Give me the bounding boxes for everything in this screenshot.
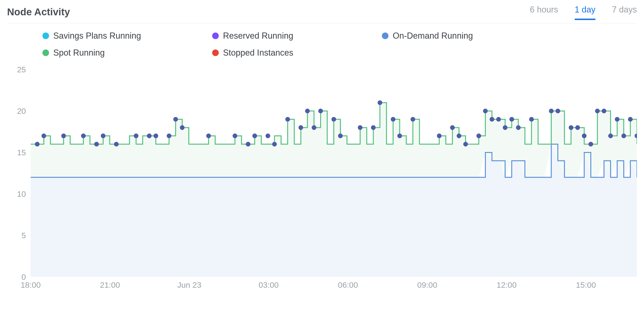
data-point bbox=[246, 142, 250, 147]
data-point bbox=[94, 142, 99, 147]
data-point bbox=[233, 134, 237, 138]
data-point bbox=[332, 117, 336, 122]
data-point bbox=[529, 117, 534, 122]
data-point bbox=[173, 117, 178, 122]
legend-label: Savings Plans Running bbox=[53, 31, 141, 41]
data-point bbox=[588, 142, 593, 147]
data-point bbox=[101, 134, 106, 138]
x-tick: 09:00 bbox=[417, 280, 437, 290]
data-point bbox=[371, 125, 376, 130]
y-tick: 20 bbox=[17, 106, 26, 116]
legend-item-savings-plans-running[interactable]: Savings Plans Running bbox=[42, 31, 212, 41]
data-point bbox=[272, 142, 277, 147]
y-tick: 5 bbox=[22, 231, 26, 240]
data-point bbox=[575, 125, 580, 130]
data-point bbox=[602, 109, 606, 113]
legend-item-stopped-instances[interactable]: Stopped Instances bbox=[212, 48, 382, 58]
data-point bbox=[496, 117, 501, 122]
data-point bbox=[338, 134, 343, 138]
data-point bbox=[266, 134, 270, 138]
legend-swatch bbox=[42, 32, 49, 39]
data-point bbox=[595, 109, 600, 113]
y-tick: 25 bbox=[17, 65, 26, 74]
data-point bbox=[568, 125, 573, 130]
chart-svg bbox=[31, 69, 637, 277]
data-point bbox=[147, 134, 152, 138]
data-point bbox=[298, 125, 303, 130]
range-tab-1-day[interactable]: 1 day bbox=[575, 5, 596, 19]
data-point bbox=[61, 134, 66, 138]
series-spot-running bbox=[31, 103, 637, 144]
data-point bbox=[628, 117, 633, 122]
x-tick: 03:00 bbox=[258, 280, 279, 290]
data-point bbox=[81, 134, 86, 138]
data-point bbox=[285, 117, 290, 122]
y-tick: 0 bbox=[22, 272, 26, 282]
x-tick: 21:00 bbox=[100, 280, 120, 290]
data-point bbox=[437, 134, 442, 138]
data-point bbox=[549, 109, 554, 113]
range-tabs: 6 hours1 day7 days bbox=[530, 5, 637, 19]
data-point bbox=[456, 134, 461, 138]
legend-label: Spot Running bbox=[53, 48, 105, 58]
data-point bbox=[621, 134, 626, 138]
data-point bbox=[252, 134, 257, 138]
x-tick: Jun 23 bbox=[177, 280, 201, 290]
data-point bbox=[154, 134, 158, 138]
chart-legend: Savings Plans RunningReserved RunningOn-… bbox=[7, 31, 637, 58]
legend-item-reserved-running[interactable]: Reserved Running bbox=[212, 31, 382, 41]
x-tick: 06:00 bbox=[338, 280, 358, 290]
legend-label: Stopped Instances bbox=[223, 48, 293, 58]
data-point bbox=[358, 125, 362, 130]
y-tick: 10 bbox=[17, 189, 26, 199]
data-point bbox=[516, 125, 521, 130]
chart-area: 0510152025 18:0021:00Jun 2303:0006:0009:… bbox=[7, 69, 637, 305]
data-point bbox=[391, 117, 396, 122]
data-point bbox=[608, 134, 613, 138]
legend-swatch bbox=[212, 32, 219, 39]
data-point bbox=[510, 117, 514, 122]
data-point bbox=[167, 134, 171, 138]
range-tab-7-days[interactable]: 7 days bbox=[612, 5, 637, 19]
data-point bbox=[503, 125, 508, 130]
x-tick: 12:00 bbox=[497, 280, 517, 290]
data-point bbox=[305, 109, 310, 113]
data-point bbox=[134, 134, 138, 138]
data-point bbox=[35, 142, 40, 147]
legend-item-spot-running[interactable]: Spot Running bbox=[42, 48, 212, 58]
legend-item-on-demand-running[interactable]: On-Demand Running bbox=[382, 31, 552, 41]
x-tick: 18:00 bbox=[20, 280, 40, 290]
data-point bbox=[398, 134, 402, 138]
y-axis: 0510152025 bbox=[7, 69, 31, 305]
page-title: Node Activity bbox=[7, 6, 70, 18]
legend-label: Reserved Running bbox=[223, 31, 293, 41]
legend-label: On-Demand Running bbox=[393, 31, 473, 41]
legend-swatch bbox=[382, 32, 388, 39]
data-point bbox=[206, 134, 211, 138]
data-point bbox=[483, 109, 488, 113]
legend-swatch bbox=[42, 49, 49, 56]
data-point bbox=[476, 134, 481, 138]
data-point bbox=[556, 109, 560, 113]
data-point bbox=[180, 125, 184, 130]
legend-swatch bbox=[212, 49, 219, 56]
data-point bbox=[318, 109, 323, 113]
data-point bbox=[463, 142, 468, 147]
data-point bbox=[615, 117, 620, 122]
data-point bbox=[378, 100, 382, 105]
data-point bbox=[114, 142, 118, 147]
y-tick: 15 bbox=[17, 148, 26, 157]
data-point bbox=[411, 117, 415, 122]
x-tick: 15:00 bbox=[576, 280, 596, 290]
data-point bbox=[312, 125, 316, 130]
data-point bbox=[450, 125, 455, 130]
data-point bbox=[490, 117, 494, 122]
plot bbox=[31, 69, 637, 277]
data-point bbox=[42, 134, 46, 138]
data-point bbox=[582, 134, 586, 138]
x-axis: 18:0021:00Jun 2303:0006:0009:0012:0015:0… bbox=[31, 280, 637, 295]
range-tab-6-hours[interactable]: 6 hours bbox=[530, 5, 558, 19]
